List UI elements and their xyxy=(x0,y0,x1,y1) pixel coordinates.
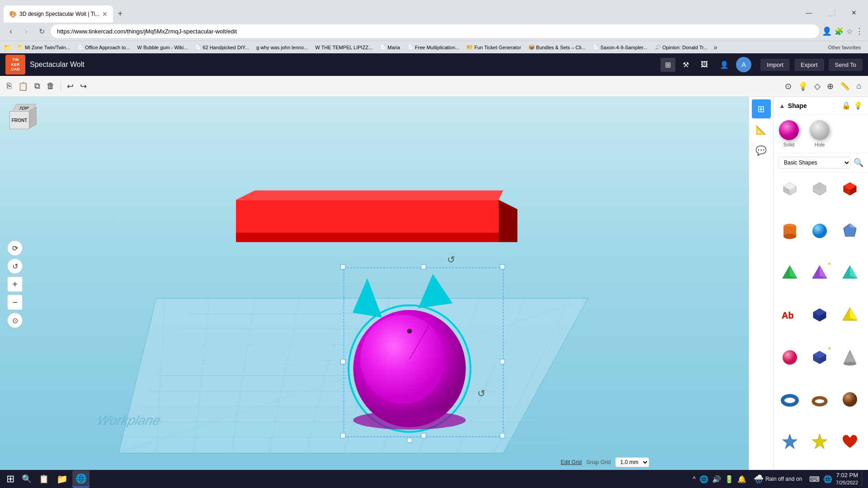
bookmark-item[interactable]: 📄 Office Approach to... xyxy=(74,43,133,51)
taskbar-cortana-button[interactable]: 📋 xyxy=(36,473,52,485)
undo-tool-button[interactable]: ↩ xyxy=(65,79,76,94)
hole-type-item[interactable]: Hole xyxy=(810,120,830,147)
group-tool-button[interactable]: ⊕ xyxy=(825,79,836,94)
tray-notifications-icon[interactable]: 🔔 xyxy=(737,475,746,483)
bookmark-item[interactable]: g why was john lenno... xyxy=(253,44,311,51)
lock-icon-button[interactable]: 🔒 xyxy=(842,101,851,110)
bookmark-item[interactable]: W THE TEMPEL LIPIZZ... xyxy=(312,44,376,51)
more-bookmarks-icon[interactable]: » xyxy=(713,43,717,52)
bookmark-icon[interactable]: ☆ xyxy=(846,27,853,36)
other-favorites-link[interactable]: Other favorites xyxy=(825,44,864,51)
back-button[interactable]: ‹ xyxy=(5,25,17,38)
scene-svg: Workplane xyxy=(0,97,749,472)
taskbar-search-button[interactable]: 🔍 xyxy=(19,473,34,485)
light-tool-button[interactable]: 💡 xyxy=(796,79,810,94)
snap-grid-select[interactable]: 1.0 mm 0.5 mm 2.0 mm xyxy=(615,457,649,467)
duplicate-tool-button[interactable]: ⧉ xyxy=(32,79,42,93)
new-tab-button[interactable]: + xyxy=(114,7,127,21)
weather-widget[interactable]: 🌧️ Rain off and on xyxy=(750,473,806,485)
shape-item-star-yellow[interactable] xyxy=(807,429,832,454)
bookmark-item[interactable]: 📁 Mi Zone Twin/Twin... xyxy=(14,43,73,51)
shape-item-box-dark-blue[interactable]: ★ xyxy=(807,345,832,370)
shape-item-ring-blue[interactable] xyxy=(777,387,802,412)
shape-item-box-striped[interactable] xyxy=(807,176,832,202)
shape-item-sphere[interactable] xyxy=(807,218,832,244)
shape-item-cone-gray[interactable] xyxy=(837,345,863,370)
shape-item-pyramid-purple[interactable]: ★ xyxy=(807,260,832,286)
bookmark-item[interactable]: 🎫 Fun Ticket Generator xyxy=(463,43,524,51)
shape-item-gem[interactable] xyxy=(837,218,863,244)
restore-button[interactable]: ⬜ xyxy=(821,5,842,20)
edit-grid-label[interactable]: Edit Grid xyxy=(561,459,582,465)
import-button[interactable]: Import xyxy=(760,59,790,71)
tray-battery-icon[interactable]: 🔋 xyxy=(725,475,734,483)
tab-close-icon[interactable]: ✕ xyxy=(102,10,108,18)
shape-alt-tool-button[interactable]: ◇ xyxy=(812,79,823,94)
refresh-button[interactable]: ↻ xyxy=(35,25,48,38)
shape-item-pyramid-teal[interactable] xyxy=(837,260,863,286)
active-tab[interactable]: 🎨 3D design Spectacular Wolt | Ti... ✕ xyxy=(4,5,113,23)
shape-item-sphere-brown2[interactable] xyxy=(837,387,863,412)
tray-show-hidden-button[interactable]: ^ xyxy=(693,475,696,483)
ruler-panel-button[interactable]: 📐 xyxy=(752,120,771,139)
bookmark-item[interactable]: 📄 62 Handpicked DIY... xyxy=(192,43,252,51)
shape-item-pyramid-green[interactable] xyxy=(777,260,802,286)
user-avatar[interactable]: A xyxy=(736,57,751,72)
grid-view-button[interactable]: ⊞ xyxy=(660,58,675,72)
shape-item-sphere-pink[interactable] xyxy=(777,345,802,370)
shape-panel-header[interactable]: ▲ Shape 🔒 💡 xyxy=(774,97,868,115)
shape-item-pyramid-yellow[interactable] xyxy=(837,302,863,328)
select-tool-button[interactable]: ⊙ xyxy=(783,79,794,94)
bookmark-item[interactable]: 📄 Maria xyxy=(377,43,403,51)
bookmark-item[interactable]: 📦 Bundles & Sets – Cli... xyxy=(525,43,589,51)
person-button[interactable]: 👤 xyxy=(715,58,733,72)
bookmark-item[interactable]: 📰 Opinion: Donald Tr... xyxy=(651,43,711,51)
minimize-button[interactable]: — xyxy=(798,5,819,20)
shape-item-box-gray[interactable] xyxy=(777,176,802,202)
shape-search-button[interactable]: 🔍 xyxy=(854,158,863,168)
shape-item-star-blue[interactable] xyxy=(777,429,802,454)
keyboard-button[interactable]: ⌨ xyxy=(809,475,820,483)
address-input[interactable] xyxy=(51,24,819,38)
measure-tool-button[interactable]: 📏 xyxy=(838,79,852,94)
tray-network-icon[interactable]: 🌐 xyxy=(699,475,708,483)
solid-type-item[interactable]: Solid xyxy=(779,120,799,147)
tinkercad-logo[interactable]: TINKERCAD xyxy=(5,55,25,75)
bookmark-item[interactable]: W Bubble gum - Wiki... xyxy=(134,44,191,51)
tools-button[interactable]: ⚒ xyxy=(678,58,693,72)
export-button[interactable]: Export xyxy=(794,59,824,71)
viewport[interactable]: TOP FRONT ⟳ ↺ + − ⊙ xyxy=(0,97,749,472)
extensions-icon[interactable]: 🧩 xyxy=(835,27,844,36)
bookmark-item[interactable]: 📄 Saxon-4-9-Sampler... xyxy=(590,43,651,51)
paste-tool-button[interactable]: 📋 xyxy=(16,79,30,94)
close-button[interactable]: ✕ xyxy=(844,5,864,20)
shape-item-box-navy[interactable] xyxy=(807,302,832,328)
gallery-button[interactable]: 🖼 xyxy=(696,58,712,71)
svg-point-81 xyxy=(783,396,797,405)
start-button[interactable]: ⊞ xyxy=(4,472,17,486)
forward-button[interactable]: › xyxy=(20,25,33,38)
shape-item-cylinder[interactable] xyxy=(777,218,802,244)
grid-panel-button[interactable]: ⊞ xyxy=(752,99,771,118)
shape-item-torus-brown[interactable] xyxy=(807,387,832,412)
shape-item-heart-red[interactable] xyxy=(837,429,863,454)
send-to-button[interactable]: Send To xyxy=(829,59,863,71)
language-button[interactable]: 🌐 xyxy=(823,475,832,483)
menu-icon[interactable]: ⋮ xyxy=(855,26,863,36)
taskbar-file-explorer-button[interactable]: 📁 xyxy=(53,470,71,488)
tray-clock[interactable]: 7:02 PM 7/25/2022 xyxy=(836,472,858,486)
notes-panel-button[interactable]: 💬 xyxy=(752,141,771,160)
delete-tool-button[interactable]: 🗑 xyxy=(44,79,57,93)
shape-item-text-red[interactable]: Ab xyxy=(777,302,802,328)
profile-icon[interactable]: 👤 xyxy=(822,26,832,36)
taskbar-browser-button[interactable]: 🌐 xyxy=(72,470,90,488)
home-tool-button[interactable]: ⌂ xyxy=(854,79,863,93)
shapes-category-dropdown[interactable]: Basic Shapes xyxy=(778,157,851,169)
tray-volume-icon[interactable]: 🔊 xyxy=(712,475,721,483)
copy-tool-button[interactable]: ⎘ xyxy=(5,79,14,93)
shape-item-box-red[interactable] xyxy=(837,176,863,202)
show-desktop-button[interactable] xyxy=(862,471,864,487)
bookmark-item[interactable]: 📄 Free Multiplication... xyxy=(404,43,462,51)
bulb-icon-button[interactable]: 💡 xyxy=(854,101,863,110)
redo-tool-button[interactable]: ↪ xyxy=(78,79,89,94)
